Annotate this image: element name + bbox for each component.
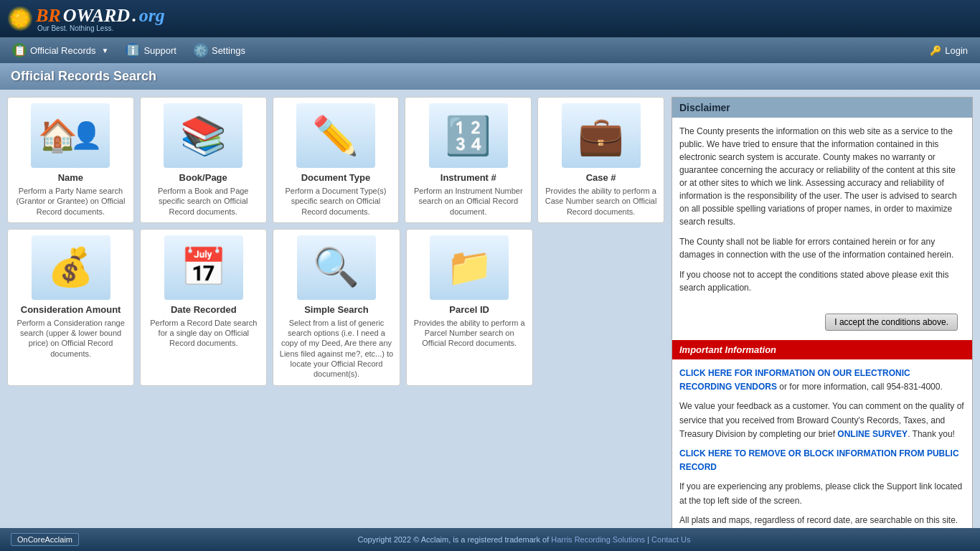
oncore-logo: OnCoreAcclaim (11, 533, 79, 546)
card-title-instrument: Instrument # (440, 172, 496, 183)
card-icon-instrument: 🔢 (429, 103, 508, 168)
card-name[interactable]: 🏠👤NamePerform a Party Name search (Grant… (7, 97, 134, 223)
login-icon: 🔑 (930, 45, 941, 56)
footer-center: Copyright 2022 © Acclaim, is a registere… (79, 535, 969, 544)
accept-conditions-button[interactable]: I accept the conditions above. (825, 314, 958, 331)
logo-org: org (139, 5, 165, 27)
login-button[interactable]: 🔑 Login (921, 45, 976, 56)
logo-oward: OWARD (63, 5, 130, 27)
sun-icon: ☀️ (7, 6, 33, 32)
card-title-consideration: Consideration Amount (21, 304, 121, 315)
left-panel: 🏠👤NamePerform a Party Name search (Grant… (7, 97, 664, 551)
card-desc-case: Provides the ability to perform a Case N… (544, 186, 658, 217)
card-title-parcel-id: Parcel ID (449, 304, 489, 315)
footer-left: OnCoreAcclaim (11, 533, 79, 546)
card-desc-consideration: Perform a Consideration range search (up… (14, 318, 128, 359)
page-title-bar: Official Records Search (0, 63, 980, 90)
nav-settings[interactable]: ⚙️ Settings (185, 37, 254, 63)
chevron-down-icon: ▼ (102, 47, 109, 55)
card-case[interactable]: 💼Case #Provides the ability to perform a… (537, 97, 664, 223)
card-simple-search[interactable]: 🔍Simple SearchSelect from a list of gene… (273, 229, 400, 386)
card-desc-parcel-id: Provides the ability to perform a Parcel… (413, 318, 527, 349)
card-icon-consideration: 💰 (32, 235, 110, 300)
broward-logo: BROWARD.org Our Best. Nothing Less. (36, 5, 165, 32)
card-desc-date-recorded: Perform a Record Date search for a singl… (146, 318, 260, 349)
card-icon-book-page: 📚 (164, 103, 242, 168)
card-date-recorded[interactable]: 📅Date RecordedPerform a Record Date sear… (140, 229, 267, 386)
card-book-page[interactable]: 📚Book/PagePerform a Book and Page specif… (140, 97, 267, 223)
card-desc-name: Perform a Party Name search (Grantor or … (14, 186, 128, 217)
official-records-icon: 📋 (12, 43, 27, 57)
logo-br: BR (36, 5, 61, 27)
card-consideration[interactable]: 💰Consideration AmountPerform a Considera… (7, 229, 134, 386)
card-desc-document-type: Perform a Document Type(s) specific sear… (279, 186, 393, 217)
official-records-label: Official Records (30, 45, 96, 56)
card-parcel-id[interactable]: 📁Parcel IDProvides the ability to perfor… (406, 229, 533, 386)
contact-link[interactable]: Contact Us (651, 535, 690, 544)
card-icon-date-recorded: 📅 (164, 235, 243, 300)
card-title-name: Name (58, 172, 83, 183)
card-title-simple-search: Simple Search (304, 304, 369, 315)
feedback-suffix: . Thank you! (908, 429, 955, 439)
card-title-book-page: Book/Page (179, 172, 227, 183)
support-label: Support (143, 45, 176, 56)
harris-link[interactable]: Harris Recording Solutions (551, 535, 645, 544)
right-panel: Disclaimer The County presents the infor… (672, 97, 973, 551)
card-icon-parcel-id: 📁 (430, 235, 509, 300)
important-body: CLICK HERE FOR INFORMATION ON OUR ELECTR… (672, 359, 972, 551)
card-desc-instrument: Perform an Instrument Number search on a… (411, 186, 525, 217)
copyright-text: Copyright 2022 © Acclaim, is a registere… (358, 535, 552, 544)
card-desc-simple-search: Select from a list of generic search opt… (279, 318, 393, 380)
card-icon-case: 💼 (562, 103, 641, 168)
settings-label: Settings (212, 45, 245, 56)
support-icon: ℹ️ (126, 43, 140, 57)
search-cards-row1: 🏠👤NamePerform a Party Name search (Grant… (7, 97, 664, 223)
card-document-type[interactable]: ✏️Document TypePerform a Document Type(s… (273, 97, 400, 223)
card-icon-name: 🏠👤 (31, 103, 110, 168)
card-desc-book-page: Perform a Book and Page specific search … (146, 186, 260, 217)
settings-icon: ⚙️ (194, 43, 208, 57)
online-survey-link[interactable]: ONLINE SURVEY (837, 429, 908, 439)
disclaimer-header: Disclaimer (672, 98, 972, 118)
logo-area: ☀️ BROWARD.org Our Best. Nothing Less. (7, 5, 165, 32)
card-icon-simple-search: 🔍 (297, 235, 376, 300)
card-icon-document-type: ✏️ (296, 103, 375, 168)
disclaimer-text-1: The County presents the information on t… (679, 125, 965, 228)
disclaimer-text-3: If you choose not to accept the conditio… (679, 268, 965, 294)
logo-dot: . (132, 5, 137, 27)
disclaimer-body: The County presents the information on t… (672, 118, 972, 304)
card-title-document-type: Document Type (301, 172, 371, 183)
card-title-case: Case # (586, 172, 616, 183)
important-header: Important Information (672, 340, 972, 359)
logo-tagline: Our Best. Nothing Less. (37, 24, 165, 32)
footer-separator: | (645, 535, 651, 544)
login-label: Login (945, 45, 968, 56)
search-cards-row2: 💰Consideration AmountPerform a Considera… (7, 229, 533, 386)
card-title-date-recorded: Date Recorded (171, 304, 237, 315)
header: ☀️ BROWARD.org Our Best. Nothing Less. (0, 0, 980, 37)
disclaimer-text-2: The County shall not be liable for error… (679, 235, 965, 261)
main-content: 🏠👤NamePerform a Party Name search (Grant… (0, 90, 980, 551)
remove-block-link[interactable]: CLICK HERE TO REMOVE OR BLOCK INFORMATIO… (679, 448, 959, 472)
support-text: If you are experiencing any problems, pl… (679, 480, 965, 507)
card-instrument[interactable]: 🔢Instrument #Perform an Instrument Numbe… (405, 97, 532, 223)
nav-support[interactable]: ℹ️ Support (117, 37, 185, 63)
phone-text: or for more information, call 954-831-40… (777, 382, 943, 392)
page-title: Official Records Search (11, 69, 969, 84)
nav-official-records[interactable]: 📋 Official Records ▼ (4, 37, 117, 63)
footer: OnCoreAcclaim Copyright 2022 © Acclaim, … (0, 528, 980, 551)
navbar: 📋 Official Records ▼ ℹ️ Support ⚙️ Setti… (0, 37, 980, 63)
